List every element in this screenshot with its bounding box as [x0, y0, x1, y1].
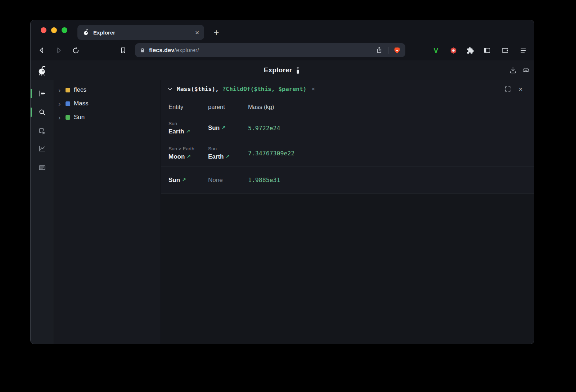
entity-cell: Sun > Earth Moon↗	[161, 145, 208, 161]
zoom-window-button[interactable]	[62, 27, 67, 33]
remote-connection-icon	[295, 67, 301, 74]
entity-link[interactable]: Sun↗	[168, 176, 208, 185]
parent-name: Earth	[208, 153, 224, 160]
share-icon[interactable]	[375, 46, 383, 54]
parent-link[interactable]: Earth↗	[208, 152, 248, 161]
extension-v-icon[interactable]: V	[431, 45, 441, 55]
expand-chevron-icon[interactable]: ›	[58, 100, 63, 107]
expand-chevron-icon[interactable]: ›	[58, 114, 63, 121]
open-entity-arrow-icon: ↗	[225, 154, 230, 159]
share-link-icon[interactable]	[521, 65, 531, 75]
query-window-controls: ×	[504, 85, 528, 93]
panel-rail	[31, 80, 54, 344]
results-table-header: Entity parent Mass (kg)	[161, 98, 534, 116]
tree-item-mass[interactable]: › Mass	[54, 97, 161, 110]
parent-cell: Sun↗	[208, 123, 248, 133]
url-bar[interactable]: flecs.dev/explorer/	[135, 43, 405, 57]
chevron-down-icon[interactable]	[167, 86, 173, 92]
explorer-content: › flecs › Mass › Sun	[31, 80, 534, 344]
app-title-group: Explorer	[31, 60, 534, 80]
query-search-icon[interactable]	[36, 106, 49, 119]
expand-chevron-icon[interactable]: ›	[58, 87, 63, 94]
url-bar-divider	[388, 47, 388, 54]
clear-query-icon[interactable]: ×	[311, 86, 315, 92]
entity-color-swatch	[66, 115, 70, 120]
table-row: Sun Earth↗ Sun↗ 5.9722e24	[161, 116, 534, 140]
minimize-window-button[interactable]	[51, 27, 57, 33]
back-button[interactable]	[37, 45, 47, 55]
entity-name: Sun	[168, 177, 180, 183]
app-header: Explorer	[31, 60, 534, 80]
url-text: flecs.dev/explorer/	[149, 47, 199, 54]
column-header-parent: parent	[208, 104, 248, 110]
entity-tree-panel: › flecs › Mass › Sun	[54, 80, 161, 344]
parent-none-value: None	[208, 177, 223, 183]
tree-item-sun[interactable]: › Sun	[54, 110, 161, 124]
fullscreen-icon[interactable]	[504, 85, 512, 93]
brave-shields-icon[interactable]	[393, 46, 401, 54]
mass-cell: 7.34767309e22	[248, 150, 534, 157]
query-bar: Mass($this), ?ChildOf($this, $parent) × …	[161, 80, 534, 98]
column-header-mass: Mass (kg)	[248, 104, 534, 110]
tab-close-icon[interactable]: ×	[195, 29, 199, 36]
download-icon[interactable]	[508, 65, 518, 75]
entity-link[interactable]: Moon↗	[168, 152, 208, 161]
mass-value: 5.9722e24	[248, 125, 280, 132]
url-host: flecs.dev	[149, 47, 174, 53]
extension-hexagon-icon[interactable]	[448, 45, 458, 55]
tree-view-icon[interactable]	[36, 87, 49, 100]
open-entity-arrow-icon: ↗	[182, 177, 186, 183]
page-title: Explorer	[264, 66, 292, 74]
entity-color-swatch	[66, 88, 70, 92]
column-header-entity: Entity	[161, 104, 208, 110]
tree-panel-active-indicator	[31, 89, 32, 98]
entity-cell: Sun↗	[161, 176, 208, 185]
query-term-mass: Mass($this),	[177, 86, 222, 92]
parent-parent-path: Sun	[208, 145, 248, 152]
parent-link[interactable]: Sun↗	[208, 123, 248, 133]
v-letter: V	[433, 46, 438, 55]
inspect-entity-icon[interactable]	[36, 125, 49, 138]
bookmark-icon[interactable]	[118, 45, 128, 55]
table-row: Sun > Earth Moon↗ Sun Earth↗ 7.34767309e…	[161, 140, 534, 167]
close-window-button[interactable]	[41, 27, 46, 33]
mass-value: 7.34767309e22	[248, 150, 294, 157]
tab-favicon-flecs-icon	[82, 29, 90, 36]
entity-link[interactable]: Earth↗	[168, 127, 208, 136]
entity-name: Moon	[168, 153, 185, 160]
query-section: Mass($this), ?ChildOf($this, $parent) × …	[161, 80, 534, 193]
header-actions	[508, 65, 531, 75]
parent-name: Sun	[208, 124, 220, 131]
forward-button[interactable]	[54, 45, 64, 55]
wallet-icon[interactable]	[500, 45, 510, 55]
parent-cell: None	[208, 177, 248, 184]
extensions-puzzle-icon[interactable]	[465, 45, 475, 55]
entity-name: Earth	[168, 128, 184, 135]
tree-item-flecs[interactable]: › flecs	[54, 83, 161, 97]
reload-button[interactable]	[71, 45, 81, 55]
entity-parent-path: Sun	[168, 120, 208, 127]
query-results-panel: Mass($this), ?ChildOf($this, $parent) × …	[161, 80, 534, 344]
commands-panel-icon[interactable]	[36, 161, 49, 174]
tab-title: Explorer	[93, 29, 115, 36]
mass-value: 1.9885e31	[248, 177, 280, 183]
query-panel-active-indicator	[31, 108, 32, 117]
stats-chart-icon[interactable]	[36, 142, 49, 155]
menu-hamburger-icon[interactable]	[518, 45, 528, 55]
open-entity-arrow-icon: ↗	[221, 125, 226, 131]
tree-item-label[interactable]: flecs	[74, 86, 86, 94]
browser-window: Explorer × + fle	[30, 20, 534, 344]
query-expression[interactable]: Mass($this), ?ChildOf($this, $parent)	[177, 86, 306, 92]
sidebar-toggle-icon[interactable]	[482, 45, 492, 55]
navigation-toolbar: flecs.dev/explorer/ V	[31, 40, 534, 60]
new-tab-button[interactable]: +	[211, 25, 222, 40]
entity-parent-path: Sun > Earth	[168, 145, 208, 152]
tab-strip: Explorer × +	[31, 20, 534, 40]
mass-cell: 1.9885e31	[248, 177, 534, 183]
tree-item-label[interactable]: Mass	[74, 100, 89, 107]
close-query-panel-icon[interactable]: ×	[517, 85, 525, 93]
open-entity-arrow-icon: ↗	[186, 128, 190, 134]
tree-item-label[interactable]: Sun	[74, 114, 85, 121]
browser-tab[interactable]: Explorer ×	[77, 25, 204, 40]
https-lock-icon	[139, 47, 146, 54]
